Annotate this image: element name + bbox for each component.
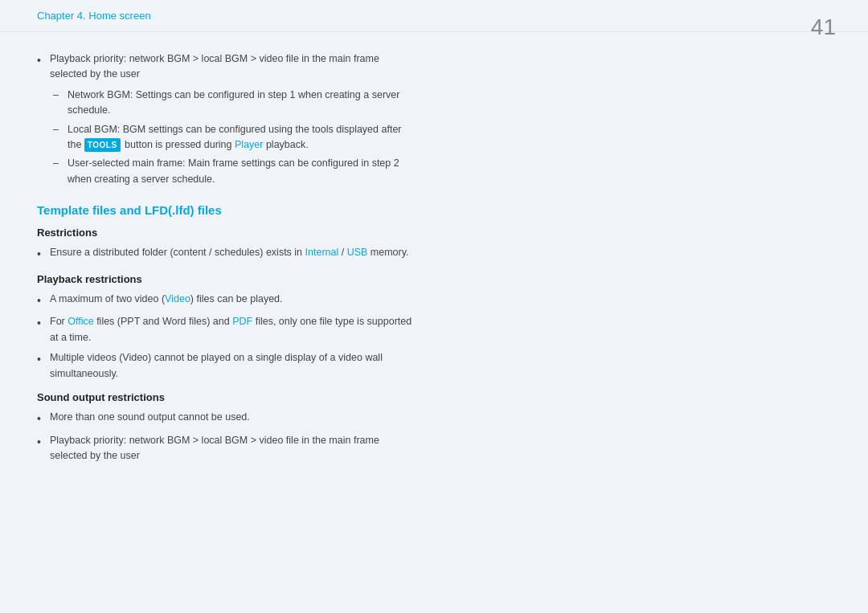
restrictions-bullets: • Ensure a distributed folder (content /… [37,245,413,264]
bullet-text-max-two-video: A maximum of two video (Video) files can… [50,292,283,307]
bullet-item-office-pdf: • For Office files (PPT and Word files) … [37,314,413,345]
sub-item-local-bgm-text: Local BGM: BGM settings can be configure… [68,122,413,153]
bullet-dot-s2: • [37,434,50,452]
section-title-template-files: Template files and LFD(.lfd) files [37,203,413,217]
bullet-item-playback-priority-sound: • Playback priority: network BGM > local… [37,433,413,464]
player-link[interactable]: Player [235,139,263,150]
pdf-link[interactable]: PDF [232,316,252,327]
bullet-text-playback-priority: Playback priority: network BGM > local B… [50,51,413,83]
bullet-dot-s1: • [37,411,50,428]
chapter-link[interactable]: Chapter 4. Home screen [37,10,151,22]
sub-item-user-selected: – User-selected main frame: Main frame s… [53,156,413,187]
tools-badge: TOOLS [84,138,121,153]
bullet-text-sound-output: More than one sound output cannot be use… [50,410,250,425]
header-bar: Chapter 4. Home screen [0,0,868,32]
bullet-text-multiple-videos: Multiple videos (Video) cannot be played… [50,350,413,382]
video-link-1[interactable]: Video [165,293,190,304]
bullet-text-distributed-folder: Ensure a distributed folder (content / s… [50,245,409,260]
office-link[interactable]: Office [68,316,93,327]
sub-dash-1: – [53,88,68,103]
sub-item-network-bgm-text: Network BGM: Settings can be configured … [68,88,413,119]
bullet-item-distributed-folder: • Ensure a distributed folder (content /… [37,245,413,264]
sound-restrictions-title: Sound output restrictions [37,391,413,403]
playback-restrictions-title: Playback restrictions [37,273,413,285]
sub-item-network-bgm: – Network BGM: Settings can be configure… [53,88,413,119]
sub-items-group: – Network BGM: Settings can be configure… [53,88,413,187]
bullet-text-office-pdf: For Office files (PPT and Word files) an… [50,314,413,345]
bullet-item-playback-priority: • Playback priority: network BGM > local… [37,51,413,83]
intro-bullets: • Playback priority: network BGM > local… [37,51,413,187]
bullet-dot-pb1: • [37,292,50,310]
sound-restrictions-bullets: • More than one sound output cannot be u… [37,410,413,464]
playback-restrictions-bullets: • A maximum of two video (Video) files c… [37,292,413,382]
bullet-dot-r1: • [37,246,50,264]
bullet-dot-pb3: • [37,351,50,369]
bullet-item-multiple-videos: • Multiple videos (Video) cannot be play… [37,350,413,382]
page-container: Chapter 4. Home screen 41 • Playback pri… [0,0,868,613]
restrictions-title: Restrictions [37,227,413,239]
page-number: 41 [811,14,836,40]
internal-link[interactable]: Internal [305,247,339,258]
bullet-dot: • [37,52,50,70]
sub-item-user-selected-text: User-selected main frame: Main frame set… [68,156,413,187]
bullet-item-max-two-video: • A maximum of two video (Video) files c… [37,292,413,310]
sub-dash-3: – [53,156,68,171]
bullet-text-playback-priority-sound: Playback priority: network BGM > local B… [50,433,413,464]
bullet-dot-pb2: • [37,315,50,333]
sub-item-local-bgm: – Local BGM: BGM settings can be configu… [53,122,413,153]
sub-dash-2: – [53,122,68,137]
usb-link[interactable]: USB [347,247,368,258]
content-area: • Playback priority: network BGM > local… [0,32,450,492]
bullet-item-sound-output: • More than one sound output cannot be u… [37,410,413,428]
